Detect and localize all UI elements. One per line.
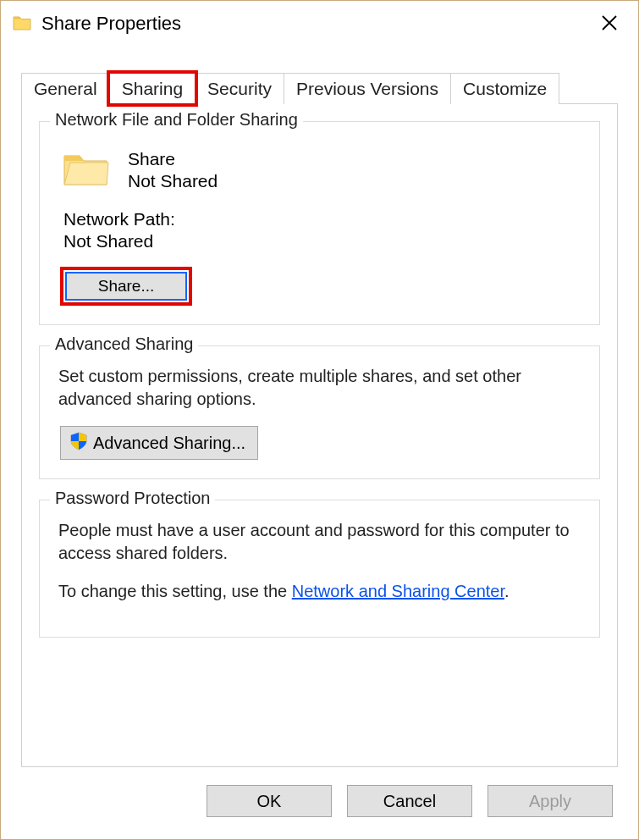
network-path-label: Network Path: (63, 209, 584, 229)
tab-customize[interactable]: Customize (450, 73, 559, 104)
advanced-sharing-button-label: Advanced Sharing... (93, 434, 245, 453)
group-legend: Advanced Sharing (50, 334, 198, 354)
properties-dialog: Share Properties General Sharing Securit… (0, 0, 639, 840)
folder-large-icon (62, 147, 109, 192)
share-button-highlight: Share... (60, 267, 192, 306)
advanced-sharing-description: Set custom permissions, create multiple … (58, 365, 581, 411)
uac-shield-icon (69, 432, 88, 455)
tab-previous-versions[interactable]: Previous Versions (284, 73, 451, 104)
password-protection-text-2: To change this setting, use the Network … (58, 580, 581, 603)
share-item-row: Share Not Shared (62, 147, 584, 192)
pw-line2-post: . (504, 582, 510, 600)
cancel-button[interactable]: Cancel (347, 785, 472, 817)
tab-security[interactable]: Security (195, 73, 284, 104)
dialog-footer: OK Cancel Apply (1, 768, 638, 839)
folder-icon (13, 14, 31, 35)
tab-strip: General Sharing Security Previous Versio… (1, 67, 638, 104)
share-item-name: Share (128, 149, 218, 169)
group-advanced-sharing: Advanced Sharing Set custom permissions,… (39, 345, 600, 479)
share-item-status: Not Shared (128, 171, 218, 191)
share-button[interactable]: Share... (65, 272, 187, 301)
group-legend: Network File and Folder Sharing (50, 110, 303, 130)
apply-button: Apply (488, 785, 613, 817)
tab-panel-sharing: Network File and Folder Sharing Share No… (21, 103, 618, 767)
close-icon[interactable] (592, 6, 626, 42)
window-title: Share Properties (41, 13, 181, 35)
tab-general[interactable]: General (21, 73, 110, 104)
group-legend: Password Protection (50, 489, 215, 508)
ok-button[interactable]: OK (207, 785, 332, 817)
advanced-sharing-button[interactable]: Advanced Sharing... (60, 426, 258, 460)
group-password-protection: Password Protection People must have a u… (39, 500, 600, 638)
network-path-value: Not Shared (63, 231, 584, 251)
password-protection-text-1: People must have a user account and pass… (58, 519, 581, 565)
group-network-sharing: Network File and Folder Sharing Share No… (39, 121, 600, 325)
pw-line2-pre: To change this setting, use the (58, 582, 292, 600)
title-bar: Share Properties (1, 1, 638, 47)
network-and-sharing-center-link[interactable]: Network and Sharing Center (292, 582, 504, 600)
tab-sharing[interactable]: Sharing (109, 73, 196, 104)
